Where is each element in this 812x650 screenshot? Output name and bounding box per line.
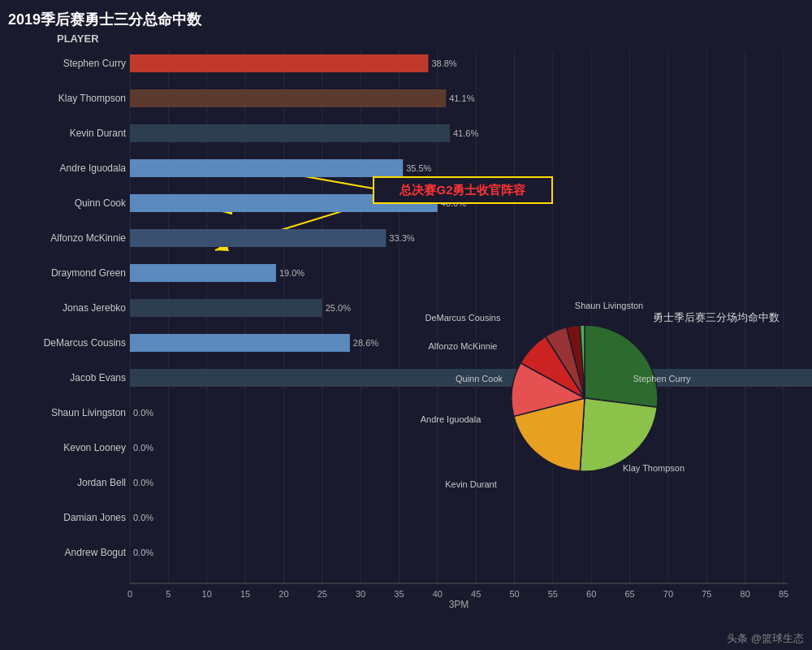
pie-segment-0 xyxy=(585,325,658,407)
pie-label-7: Shaun Livingston xyxy=(575,301,643,310)
bar-value-1: 41.1% xyxy=(449,93,474,103)
x-tick-45: 45 xyxy=(471,589,481,599)
x-tick-50: 50 xyxy=(509,589,519,599)
x-tick-65: 65 xyxy=(624,589,634,599)
bar-value-14: 0.0% xyxy=(133,548,153,557)
player-name-11: Kevon Looney xyxy=(63,442,126,453)
pie-segment-1 xyxy=(580,398,657,471)
bar-value-8: 28.6% xyxy=(353,338,378,348)
x-axis-label: 3PM xyxy=(449,599,469,610)
x-tick-20: 20 xyxy=(279,589,288,599)
bar-jonas-jerebko xyxy=(130,299,322,317)
x-tick-15: 15 xyxy=(240,589,250,599)
x-tick-75: 75 xyxy=(702,589,711,599)
player-name-10: Shaun Livingston xyxy=(51,407,126,418)
player-name-2: Kevin Durant xyxy=(70,128,127,139)
bar-klay-thompson xyxy=(130,89,446,107)
bar-kevin-durant xyxy=(130,124,450,142)
player-name-3: Andre Iguodala xyxy=(60,162,127,174)
bar-value-11: 0.0% xyxy=(133,443,153,453)
player-name-0: Stephen Curry xyxy=(63,58,126,69)
player-name-14: Andrew Bogut xyxy=(65,547,127,558)
bar-alfonzo-mckinnie xyxy=(130,229,386,247)
x-tick-60: 60 xyxy=(586,589,596,599)
pie-label-3: Andre Iguodala xyxy=(421,414,482,424)
bar-value-6: 19.0% xyxy=(279,268,304,278)
chart-container: 2019季后赛勇士三分总命中数 PLAYER 38.8%41.1%41.6%35… xyxy=(0,0,812,650)
player-name-1: Klay Thompson xyxy=(58,93,126,104)
bar-value-7: 25.0% xyxy=(326,303,351,313)
bar-value-10: 0.0% xyxy=(133,408,153,418)
bar-stephen-curry xyxy=(130,54,428,72)
player-name-7: Jonas Jerebko xyxy=(63,302,126,314)
bar-value-12: 0.0% xyxy=(133,478,153,488)
x-tick-35: 35 xyxy=(394,589,404,599)
main-chart-svg: 38.8%41.1%41.6%35.5%40.0%33.3%19.0%25.0%… xyxy=(0,0,812,650)
pie-label-2: Kevin Durant xyxy=(445,479,497,489)
bar-draymond-green xyxy=(130,264,276,282)
bar-value-5: 33.3% xyxy=(389,233,414,243)
x-tick-0: 0 xyxy=(127,589,132,599)
watermark: 头条 @篮球生态 xyxy=(727,632,804,644)
x-tick-55: 55 xyxy=(548,589,558,599)
annotation-text: 总决赛G2勇士收官阵容 xyxy=(399,183,526,197)
bar-demarcus-cousins xyxy=(130,334,350,352)
pie-label-6: DeMarcus Cousins xyxy=(425,313,501,323)
bar-value-13: 0.0% xyxy=(133,513,153,522)
player-name-8: DeMarcus Cousins xyxy=(44,337,126,349)
pie-chart-title: 勇士季后赛三分场均命中数 xyxy=(653,311,780,323)
x-tick-5: 5 xyxy=(166,589,171,599)
player-name-4: Quinn Cook xyxy=(75,197,127,209)
pie-label-1: Klay Thompson xyxy=(623,463,685,473)
x-tick-30: 30 xyxy=(356,589,365,599)
player-name-6: Draymond Green xyxy=(51,267,126,279)
bar-value-2: 41.6% xyxy=(453,128,478,138)
player-name-9: Jacob Evans xyxy=(70,372,126,384)
bar-value-3: 35.5% xyxy=(406,163,431,173)
x-tick-10: 10 xyxy=(202,589,212,599)
player-name-12: Jordan Bell xyxy=(77,477,126,488)
bar-andre-iguodala xyxy=(130,159,403,177)
x-tick-85: 85 xyxy=(779,589,788,599)
pie-label-4: Quinn Cook xyxy=(456,374,503,384)
pie-label-5: Alfonzo McKinnie xyxy=(429,341,498,351)
x-tick-25: 25 xyxy=(317,589,327,599)
x-tick-70: 70 xyxy=(663,589,673,599)
x-tick-40: 40 xyxy=(433,589,443,599)
bar-value-0: 38.8% xyxy=(431,58,456,68)
x-tick-80: 80 xyxy=(741,589,750,599)
player-name-5: Alfonzo McKinnie xyxy=(50,232,126,244)
pie-label-0: Stephen Curry xyxy=(633,374,691,384)
player-name-13: Damian Jones xyxy=(63,512,126,523)
